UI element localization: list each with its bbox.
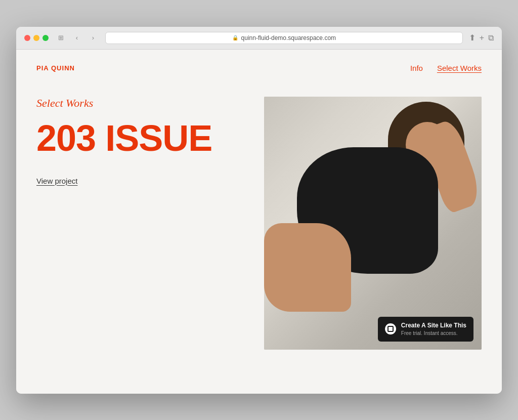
nav-info[interactable]: Info [410,64,423,72]
squarespace-badge[interactable]: Create A Site Like This Free trial. Inst… [378,317,473,341]
browser-actions: ⬆ + ⧉ [469,33,494,43]
browser-nav: ⊞ ‹ › [55,32,99,44]
website-content: PIA QUINN Info Select Works Select Works… [16,50,502,394]
squarespace-logo-inner [387,326,394,332]
site-logo[interactable]: PIA QUINN [36,64,75,72]
browser-chrome: ⊞ ‹ › 🔒 quinn-fluid-demo.squarespace.com… [16,27,502,50]
site-nav: Info Select Works [410,64,482,72]
nav-window-icon[interactable]: ⊞ [55,32,67,44]
project-image: Create A Site Like This Free trial. Inst… [264,97,482,350]
badge-title: Create A Site Like This [401,322,466,329]
traffic-lights [24,35,49,41]
lock-icon: 🔒 [232,35,238,40]
project-title: 203 ISSUE [36,120,244,156]
badge-text: Create A Site Like This Free trial. Inst… [401,322,466,336]
share-icon[interactable]: ⬆ [469,33,476,43]
back-button[interactable]: ‹ [71,32,83,44]
badge-subtitle: Free trial. Instant access. [401,330,466,337]
new-tab-icon[interactable]: + [480,33,484,43]
content-left: Select Works 203 ISSUE View project [36,97,264,350]
site-main: Select Works 203 ISSUE View project [16,87,502,370]
section-title: Select Works [36,97,244,110]
url-text: quinn-fluid-demo.squarespace.com [241,34,336,41]
squarespace-logo [385,323,396,334]
photo-background [264,97,482,350]
view-project-link[interactable]: View project [36,177,77,185]
minimize-button[interactable] [33,35,39,41]
maximize-button[interactable] [42,35,49,41]
content-right: Create A Site Like This Free trial. Inst… [264,97,482,350]
nav-select-works[interactable]: Select Works [437,64,482,72]
browser-window: ⊞ ‹ › 🔒 quinn-fluid-demo.squarespace.com… [16,27,502,394]
close-button[interactable] [24,35,30,41]
photo-legs [264,223,351,312]
forward-button[interactable]: › [87,32,99,44]
tabs-icon[interactable]: ⧉ [488,33,494,43]
site-header: PIA QUINN Info Select Works [16,50,502,87]
address-bar[interactable]: 🔒 quinn-fluid-demo.squarespace.com [105,32,463,44]
